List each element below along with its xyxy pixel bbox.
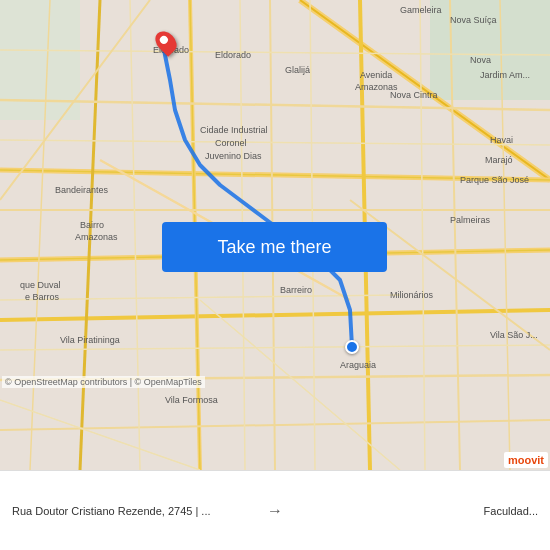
take-me-there-button[interactable]: Take me there — [162, 222, 387, 272]
moovit-logo: moovit — [504, 452, 548, 468]
bottom-bar: Rua Doutor Cristiano Rezende, 2745 | ...… — [0, 470, 550, 550]
map-container: GameleiraNova SuíçaNovaJardim Am...Havai… — [0, 0, 550, 470]
direction-arrow: → — [267, 502, 283, 520]
origin-marker — [345, 340, 359, 354]
svg-rect-1 — [430, 0, 550, 100]
destination-address: Faculdad... — [291, 505, 538, 517]
map-attribution: © OpenStreetMap contributors | © OpenMap… — [2, 376, 205, 388]
destination-marker — [157, 30, 175, 54]
origin-address: Rua Doutor Cristiano Rezende, 2745 | ... — [12, 505, 259, 517]
